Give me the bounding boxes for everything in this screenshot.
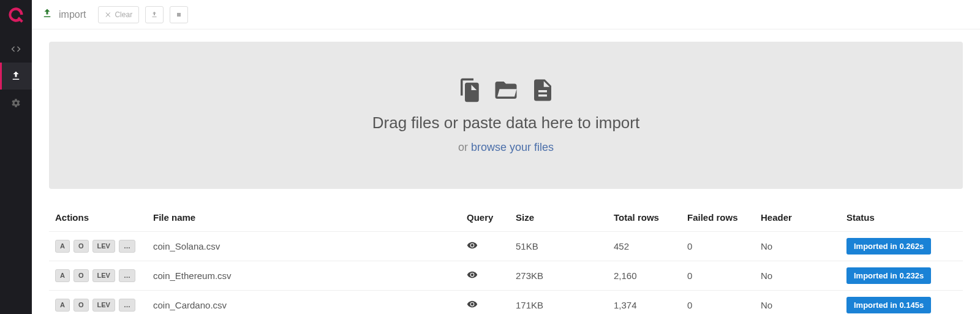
col-query: Query	[461, 207, 510, 232]
cell-failed-rows: 0	[681, 291, 755, 315]
col-filename: File name	[147, 207, 461, 232]
action-o-button[interactable]: O	[74, 240, 89, 253]
svg-rect-0	[177, 13, 181, 17]
action-more-button[interactable]: …	[119, 269, 135, 282]
clear-button[interactable]: Clear	[98, 6, 139, 23]
upload-button[interactable]	[145, 6, 164, 23]
view-query-icon[interactable]	[467, 242, 478, 253]
cell-filename: coin_Ethereum.csv	[147, 261, 461, 291]
dropzone[interactable]: Drag files or paste data here to import …	[49, 42, 963, 189]
cell-failed-rows: 0	[681, 232, 755, 261]
cell-total-rows: 452	[608, 232, 681, 261]
action-lev-button[interactable]: LEV	[92, 269, 115, 282]
upload-icon	[42, 8, 53, 21]
cell-filename: coin_Solana.csv	[147, 232, 461, 261]
col-size: Size	[510, 207, 608, 232]
action-a-button[interactable]: A	[55, 299, 70, 312]
cell-header: No	[755, 291, 840, 315]
topbar: import Clear	[32, 0, 980, 29]
col-total-rows: Total rows	[608, 207, 681, 232]
cell-header: No	[755, 232, 840, 261]
col-status: Status	[840, 207, 963, 232]
document-icon	[530, 77, 556, 105]
cell-size: 51KB	[510, 232, 608, 261]
status-badge: Imported in 0.232s	[846, 267, 931, 284]
table-row: AOLEV…coin_Cardano.csv171KB1,3740NoImpor…	[49, 291, 963, 315]
table-row: AOLEV…coin_Solana.csv51KB4520NoImported …	[49, 232, 963, 261]
table-row: AOLEV…coin_Ethereum.csv273KB2,1600NoImpo…	[49, 261, 963, 291]
action-o-button[interactable]: O	[74, 269, 89, 282]
status-badge: Imported in 0.145s	[846, 297, 931, 313]
folder-open-icon	[493, 77, 519, 105]
col-header: Header	[755, 207, 840, 232]
cell-filename: coin_Cardano.csv	[147, 291, 461, 315]
col-failed-rows: Failed rows	[681, 207, 755, 232]
action-a-button[interactable]: A	[55, 240, 70, 253]
clear-button-label: Clear	[115, 10, 132, 19]
cell-size: 273KB	[510, 261, 608, 291]
nav-code[interactable]	[0, 36, 32, 63]
action-a-button[interactable]: A	[55, 269, 70, 282]
nav-import[interactable]	[0, 63, 32, 90]
col-actions: Actions	[49, 207, 147, 232]
view-query-icon[interactable]	[467, 301, 478, 312]
cell-total-rows: 2,160	[608, 261, 681, 291]
cell-failed-rows: 0	[681, 261, 755, 291]
cell-size: 171KB	[510, 291, 608, 315]
app-logo	[7, 6, 24, 23]
dropzone-subtitle: or browse your files	[458, 141, 554, 154]
action-lev-button[interactable]: LEV	[92, 299, 115, 312]
action-o-button[interactable]: O	[74, 299, 89, 312]
action-lev-button[interactable]: LEV	[92, 240, 115, 253]
page-title: import	[59, 9, 86, 20]
nav-settings[interactable]	[0, 90, 32, 117]
sidebar	[0, 0, 32, 314]
browse-files-link[interactable]: browse your files	[471, 141, 554, 153]
files-icon	[456, 77, 482, 105]
dropzone-title: Drag files or paste data here to import	[372, 113, 639, 132]
action-more-button[interactable]: …	[119, 299, 135, 312]
cell-total-rows: 1,374	[608, 291, 681, 315]
dropzone-icons	[456, 77, 556, 105]
status-badge: Imported in 0.262s	[846, 238, 931, 255]
files-table: Actions File name Query Size Total rows …	[49, 207, 963, 314]
view-query-icon[interactable]	[467, 272, 478, 282]
stop-button[interactable]	[170, 6, 188, 23]
cell-header: No	[755, 261, 840, 291]
action-more-button[interactable]: …	[119, 240, 135, 253]
